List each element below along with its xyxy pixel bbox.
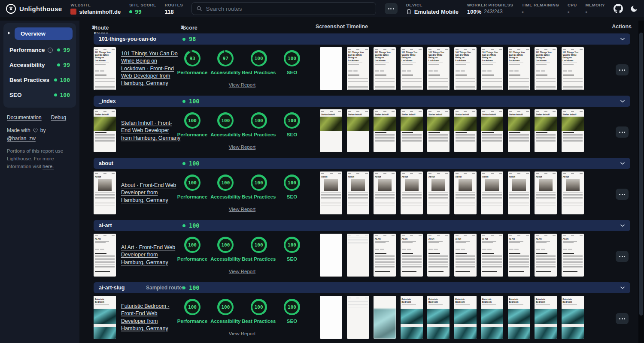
score-ring: 100 — [251, 237, 267, 253]
route-group-row[interactable]: _index100 — [94, 96, 630, 107]
screenshot-thumbnail: AI Art — [454, 234, 477, 277]
mobile-device-icon — [406, 9, 412, 15]
metric-label: Accessibility — [210, 256, 240, 262]
screenshot-thumbnail: AI Art — [535, 234, 557, 277]
route-group-row[interactable]: 101-things-you-can-do98 — [94, 33, 630, 45]
screenshot-thumbnail: About — [427, 172, 450, 214]
sidebar-item-overview[interactable]: Overview — [15, 27, 73, 40]
score-ring: 100 — [217, 112, 234, 129]
screenshot-thumbnail: AI Art — [562, 234, 584, 277]
text-lines-placeholder — [375, 265, 395, 269]
view-report-link[interactable]: View Report — [176, 269, 308, 274]
screenshot-thumbnail: Futuristic Bedroom — [562, 296, 584, 339]
search-input[interactable] — [206, 6, 371, 12]
credit-prefix: Made with — [7, 127, 30, 133]
view-report-link[interactable]: View Report — [176, 144, 308, 150]
sidebar-item-accessibility[interactable]: Accessibility 99 — [7, 57, 73, 72]
table-column-header: Route Name ▲▼ Score ▲▼ Screenshot Timeli… — [94, 22, 638, 33]
row-actions-button[interactable] — [616, 126, 629, 138]
view-report-link[interactable]: View Report — [176, 331, 308, 336]
screenshot-thumbnail: About — [508, 172, 530, 214]
route-block: ai-art-slugSampled routes100Futuristic B… — [94, 282, 630, 341]
chevron-down-icon — [619, 160, 626, 167]
score-ring: 97 — [217, 50, 234, 66]
metric-label: Accessibility — [210, 319, 240, 324]
text-lines-placeholder — [536, 77, 556, 84]
screenshot-thumbnail: 101 Things You Can Do While Being on Loc… — [454, 47, 477, 90]
route-group-row[interactable]: ai-art100 — [94, 220, 630, 231]
route-main-thumbnail: Stefan Imhoff — [94, 109, 116, 152]
text-lines-placeholder — [428, 86, 448, 90]
text-lines-placeholder — [456, 86, 475, 90]
text-lines-placeholder — [375, 202, 395, 207]
chevron-down-icon — [619, 36, 626, 42]
route-group-score: 100 — [182, 98, 199, 105]
row-actions-button[interactable] — [616, 189, 629, 200]
score-dot — [182, 224, 185, 227]
dark-mode-moon-icon[interactable] — [630, 5, 638, 13]
debug-link[interactable]: Debug — [51, 114, 66, 120]
chevron-down-icon — [619, 284, 626, 291]
metric-score: 100 — [188, 304, 197, 310]
worker-progress-percent: 100% — [467, 9, 481, 15]
score-ring: 100 — [184, 175, 200, 191]
text-lines-placeholder — [536, 202, 556, 207]
route-report-link[interactable]: AI Art · Front-End Web Developer from Ha… — [121, 244, 181, 266]
route-report-link[interactable]: 101 Things You Can Do While Being on Loc… — [121, 50, 181, 87]
route-rows: 101-things-you-can-do98101 Things You Ca… — [94, 33, 638, 341]
sidebar-item-performance[interactable]: Performancei 99 — [7, 42, 73, 57]
screenshot-timeline: Futuristic BedroomFuturistic BedroomFutu… — [320, 296, 584, 339]
scrollbar-thumb[interactable] — [639, 33, 643, 316]
route-main-thumbnail: AI Art — [94, 234, 116, 277]
route-group-name: about — [99, 160, 113, 166]
route-group-name: 101-things-you-can-do — [99, 36, 156, 42]
vertical-scrollbar[interactable] — [638, 21, 644, 343]
metric-score: 100 — [288, 304, 296, 310]
screenshot-thumbnail: 101 Things You Can Do While Being on Loc… — [535, 47, 557, 90]
screenshot-thumbnail: Futuristic Bedroom — [535, 296, 557, 339]
header-more-button[interactable] — [385, 3, 398, 14]
screenshot-thumbnail: Stefan Imhoff — [535, 109, 557, 152]
route-report-link[interactable]: About · Front-End Web Developer from Ham… — [121, 182, 181, 204]
route-report-link[interactable]: Stefan Imhoff · Front-End Web Developer … — [121, 120, 181, 142]
sidebar-item-seo[interactable]: SEO 100 — [7, 87, 73, 102]
row-actions-button[interactable] — [616, 64, 629, 75]
text-lines-placeholder — [456, 77, 475, 84]
author-link[interactable]: @harlan_zw — [7, 135, 36, 141]
text-lines-placeholder — [321, 193, 341, 200]
row-actions-button[interactable] — [616, 251, 629, 262]
row-actions-button[interactable] — [616, 313, 629, 324]
view-report-link[interactable]: View Report — [176, 82, 308, 87]
github-icon[interactable] — [614, 4, 623, 13]
route-group-row[interactable]: ai-art-slugSampled routes100 — [94, 282, 630, 293]
text-lines-placeholder — [375, 193, 395, 200]
website-block: WEBSITE stefanimhoff.de — [70, 3, 121, 15]
screenshot-thumbnail: About — [562, 172, 584, 214]
text-lines-placeholder — [563, 86, 583, 90]
route-group-row[interactable]: about100 — [94, 158, 630, 169]
screenshot-thumbnail — [320, 47, 342, 90]
metric-label: Best Practices — [242, 70, 276, 75]
text-lines-placeholder — [536, 134, 556, 142]
sidebar-item-best-practices[interactable]: Best Practices 100 — [7, 72, 73, 87]
documentation-link[interactable]: Documentation — [7, 114, 42, 120]
sidebar-item-label: Overview — [21, 30, 46, 37]
text-lines-placeholder — [348, 86, 368, 90]
metric-label: Performance — [177, 256, 207, 262]
screenshot-thumbnail: Stefan Imhoff — [454, 109, 477, 152]
route-report-link[interactable]: Futuristic Bedroom · Front-End Web Devel… — [121, 303, 181, 332]
text-lines-placeholder — [482, 193, 502, 200]
screenshot-thumbnail: About — [374, 172, 396, 214]
score-metrics: 100Performance100Accessibility100Best Pr… — [176, 112, 308, 137]
text-lines-placeholder — [563, 134, 583, 142]
view-report-link[interactable]: View Report — [176, 207, 308, 212]
metric-best-practices: 100Best Practices — [243, 50, 275, 75]
time-remaining-value: - — [522, 9, 559, 15]
text-lines-placeholder — [348, 77, 368, 84]
metric-score: 93 — [189, 56, 195, 61]
metric-seo: 100SEO — [276, 237, 308, 262]
search-box[interactable] — [191, 2, 376, 15]
disclaimer-here-link[interactable]: here. — [43, 164, 54, 169]
screenshot-thumbnail: Futuristic Bedroom — [401, 296, 423, 339]
screenshot-thumbnail: About — [320, 172, 342, 214]
